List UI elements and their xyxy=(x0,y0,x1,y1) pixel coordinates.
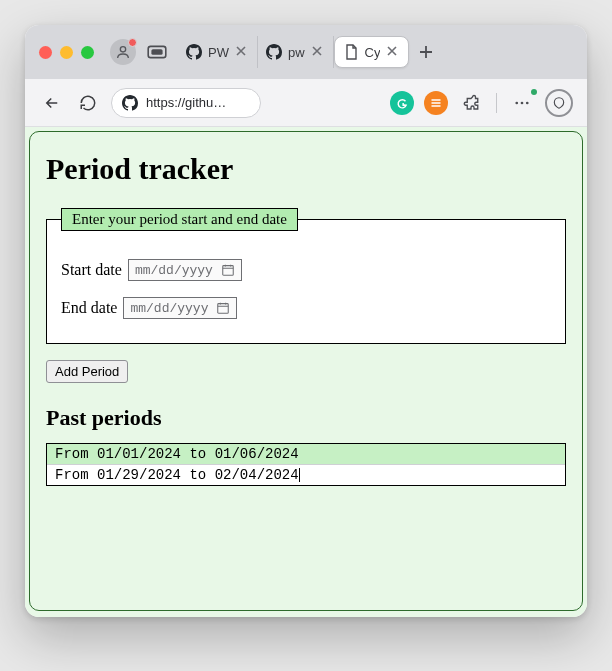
calendar-icon[interactable] xyxy=(221,263,235,277)
plus-icon xyxy=(418,44,434,60)
reload-button[interactable] xyxy=(75,90,101,116)
tab-overview-icon xyxy=(147,44,167,60)
form-legend: Enter your period start and end date xyxy=(61,208,298,231)
address-bar[interactable]: https://githu… xyxy=(111,88,261,118)
extension-grammarly[interactable] xyxy=(390,91,414,115)
tab-overview-button[interactable] xyxy=(146,43,168,61)
github-icon xyxy=(122,95,138,111)
more-button[interactable] xyxy=(509,90,535,116)
maximize-window-button[interactable] xyxy=(81,46,94,59)
page-title: Period tracker xyxy=(46,152,566,186)
end-date-placeholder: mm/dd/yyyy xyxy=(130,301,208,316)
tab-title: PW xyxy=(208,45,229,60)
calendar-icon[interactable] xyxy=(216,301,230,315)
tab-pw-1[interactable]: PW xyxy=(178,36,258,68)
end-date-label: End date xyxy=(61,299,117,317)
stripes-icon xyxy=(430,97,442,109)
app-page: Period tracker Enter your period start a… xyxy=(29,131,583,611)
document-icon xyxy=(343,44,359,60)
start-date-placeholder: mm/dd/yyyy xyxy=(135,263,213,278)
profile-button[interactable] xyxy=(110,39,136,65)
arrow-left-icon xyxy=(43,94,61,112)
extension-orange[interactable] xyxy=(424,91,448,115)
reload-icon xyxy=(79,94,97,112)
svg-point-0 xyxy=(120,47,125,52)
tab-pw-2[interactable]: pw xyxy=(258,36,334,68)
end-date-row: End date mm/dd/yyyy xyxy=(61,297,551,319)
chat-drop-icon xyxy=(552,96,566,110)
svg-rect-5 xyxy=(432,105,441,107)
past-periods-heading: Past periods xyxy=(46,405,566,431)
start-date-label: Start date xyxy=(61,261,122,279)
more-horizontal-icon xyxy=(513,94,531,112)
close-window-button[interactable] xyxy=(39,46,52,59)
tab-close-button[interactable] xyxy=(235,45,249,59)
browser-window: PW pw Cy xyxy=(25,25,587,617)
tab-cy-active[interactable]: Cy xyxy=(334,36,410,68)
toolbar: https://githu… xyxy=(25,79,587,127)
grammarly-icon xyxy=(395,96,409,110)
svg-rect-9 xyxy=(223,266,234,276)
svg-rect-10 xyxy=(218,304,229,314)
list-item[interactable]: From 01/01/2024 to 01/06/2024 xyxy=(47,444,565,465)
svg-point-7 xyxy=(521,101,524,104)
tab-close-button[interactable] xyxy=(386,45,400,59)
extensions-button[interactable] xyxy=(458,90,484,116)
titlebar: PW pw Cy xyxy=(25,25,587,79)
viewport: Period tracker Enter your period start a… xyxy=(25,127,587,617)
period-form: Enter your period start and end date Sta… xyxy=(46,208,566,344)
start-date-row: Start date mm/dd/yyyy xyxy=(61,259,551,281)
tab-strip: PW pw Cy xyxy=(178,36,577,68)
start-date-input[interactable]: mm/dd/yyyy xyxy=(128,259,242,281)
end-date-input[interactable]: mm/dd/yyyy xyxy=(123,297,237,319)
puzzle-icon xyxy=(462,94,480,112)
github-icon xyxy=(266,44,282,60)
svg-rect-2 xyxy=(151,49,162,55)
tab-close-button[interactable] xyxy=(311,45,325,59)
add-period-button[interactable]: Add Period xyxy=(46,360,128,383)
tab-title: Cy xyxy=(365,45,381,60)
new-tab-button[interactable] xyxy=(415,44,437,60)
tab-title: pw xyxy=(288,45,305,60)
sidebar-ai-button[interactable] xyxy=(545,89,573,117)
past-periods-list: From 01/01/2024 to 01/06/2024 From 01/29… xyxy=(46,443,566,486)
list-item[interactable]: From 01/29/2024 to 02/04/2024 xyxy=(47,465,565,485)
url-text: https://githu… xyxy=(146,95,250,110)
toolbar-divider xyxy=(496,93,497,113)
svg-point-8 xyxy=(526,101,529,104)
svg-rect-3 xyxy=(432,99,441,101)
svg-point-6 xyxy=(515,101,518,104)
person-icon xyxy=(115,44,131,60)
minimize-window-button[interactable] xyxy=(60,46,73,59)
back-button[interactable] xyxy=(39,90,65,116)
window-controls xyxy=(39,46,94,59)
github-icon xyxy=(186,44,202,60)
svg-rect-4 xyxy=(432,102,441,104)
